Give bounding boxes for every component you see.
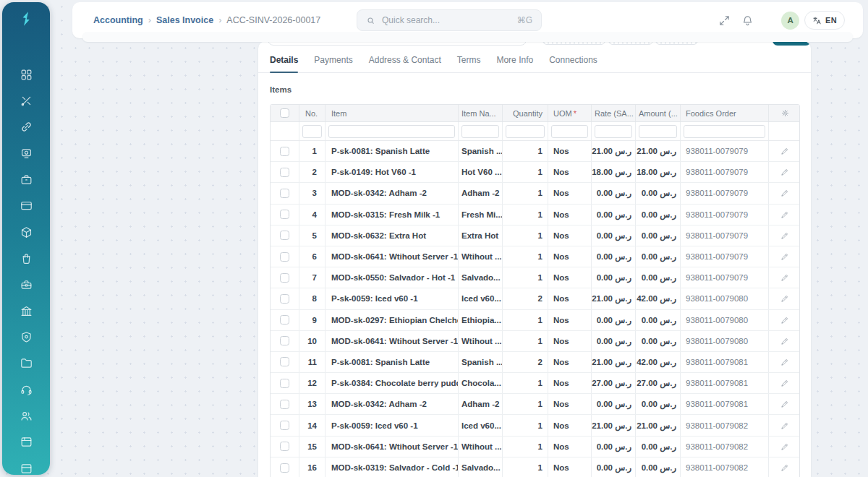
row-checkbox[interactable] xyxy=(280,252,289,262)
row-edit-cell xyxy=(769,437,801,457)
edit-pencil-icon[interactable] xyxy=(780,316,789,325)
cell-item: MOD-sk-0319: Salvador - Cold -1 xyxy=(326,457,459,477)
row-checkbox[interactable] xyxy=(280,294,289,304)
cell-rate: 21.00 ر.س xyxy=(592,288,636,309)
users-icon[interactable] xyxy=(20,409,33,423)
app-logo[interactable] xyxy=(16,9,36,29)
edit-pencil-icon[interactable] xyxy=(780,442,789,451)
edit-pencil-icon[interactable] xyxy=(780,421,789,430)
select-all-checkbox[interactable] xyxy=(280,108,289,118)
filter-input-rate[interactable] xyxy=(595,125,632,138)
row-edit-cell xyxy=(769,288,801,309)
shield-icon[interactable] xyxy=(20,330,33,344)
credit-card-icon[interactable] xyxy=(20,199,33,212)
cell-item_name: Wtihout ... xyxy=(459,331,503,351)
quick-search-input[interactable]: Quick search... ⌘G xyxy=(357,9,542,31)
edit-pencil-icon[interactable] xyxy=(780,189,789,197)
cell-rate: 0.00 ر.س xyxy=(592,457,636,477)
folder-icon[interactable] xyxy=(20,356,33,370)
filter-input-item_name[interactable] xyxy=(461,125,499,138)
row-checkbox[interactable] xyxy=(280,400,289,409)
cell-item: MOD-sk-0641: Wtihout Server -1 xyxy=(326,246,459,267)
row-checkbox-cell xyxy=(271,310,299,330)
tab-terms[interactable]: Terms xyxy=(457,47,481,72)
row-checkbox-cell xyxy=(271,267,299,288)
tab-address-contact[interactable]: Address & Contact xyxy=(369,47,441,72)
cell-uom: Nos xyxy=(548,162,592,182)
filter-input-no[interactable] xyxy=(302,125,322,138)
edit-pencil-icon[interactable] xyxy=(780,294,789,303)
row-checkbox-cell xyxy=(271,331,299,351)
table-row: 6MOD-sk-0641: Wtihout Server -1Wtihout .… xyxy=(271,246,799,267)
row-checkbox[interactable] xyxy=(280,231,289,240)
camera-icon[interactable] xyxy=(20,147,33,160)
cell-amount: 21.00 ر.س xyxy=(636,141,681,161)
table-row: 9MOD-sk-0297: Ethiopian Chelchel...Ethio… xyxy=(271,310,799,331)
headset-icon[interactable] xyxy=(20,383,33,397)
user-avatar[interactable]: A xyxy=(781,12,799,30)
edit-pencil-icon[interactable] xyxy=(780,210,789,219)
cell-item: P-sk-0081: Spanish Latte xyxy=(326,141,459,161)
row-checkbox-cell xyxy=(271,394,299,414)
tab-connections[interactable]: Connections xyxy=(549,47,597,72)
row-checkbox[interactable] xyxy=(280,379,289,388)
briefcase-icon[interactable] xyxy=(20,173,33,186)
shopping-bag-icon[interactable] xyxy=(20,252,33,265)
filter-input-quantity[interactable] xyxy=(506,125,545,138)
cell-no: 9 xyxy=(299,310,326,330)
edit-pencil-icon[interactable] xyxy=(780,400,789,408)
filter-input-item[interactable] xyxy=(328,125,455,138)
row-checkbox[interactable] xyxy=(280,357,289,366)
language-selector[interactable]: EN xyxy=(804,11,845,30)
panel-icon[interactable] xyxy=(20,435,33,449)
table-settings-gear-icon[interactable] xyxy=(780,108,790,118)
cell-item: P-sk-0149: Hot V60 -1 xyxy=(326,162,459,182)
cell-rate: 0.00 ر.س xyxy=(592,267,636,288)
row-checkbox[interactable] xyxy=(280,336,289,345)
filter-input-foodics_order[interactable] xyxy=(684,125,765,138)
edit-pencil-icon[interactable] xyxy=(780,168,789,176)
column-header-no: No. xyxy=(299,105,326,121)
row-checkbox[interactable] xyxy=(280,189,289,198)
edit-pencil-icon[interactable] xyxy=(780,463,789,472)
row-checkbox[interactable] xyxy=(280,147,289,156)
row-checkbox[interactable] xyxy=(280,273,289,283)
notifications-bell-icon[interactable] xyxy=(741,14,754,27)
fullscreen-icon[interactable] xyxy=(718,14,731,27)
edit-pencil-icon[interactable] xyxy=(780,337,789,345)
partial-icon[interactable] xyxy=(20,462,33,475)
breadcrumb-item[interactable]: Sales Invoice xyxy=(156,15,213,25)
package-icon[interactable] xyxy=(20,225,33,239)
tab-details[interactable]: Details xyxy=(270,47,298,72)
edit-pencil-icon[interactable] xyxy=(780,358,789,366)
filter-input-amount[interactable] xyxy=(639,125,677,138)
edit-pencil-icon[interactable] xyxy=(780,231,789,240)
row-checkbox-cell xyxy=(271,246,299,267)
edit-pencil-icon[interactable] xyxy=(780,379,789,387)
edit-pencil-icon[interactable] xyxy=(780,147,789,155)
tools-icon[interactable] xyxy=(20,94,33,108)
row-checkbox[interactable] xyxy=(280,168,289,177)
cell-quantity: 1 xyxy=(503,141,548,161)
building-icon[interactable] xyxy=(20,304,33,318)
row-checkbox[interactable] xyxy=(280,210,289,219)
filter-input-uom[interactable] xyxy=(551,125,588,138)
table-header-checkbox-cell xyxy=(271,105,299,121)
apps-icon[interactable] xyxy=(20,68,33,82)
cell-amount: 18.00 ر.س xyxy=(636,162,681,182)
table-row: 2P-sk-0149: Hot V60 -1Hot V60 ...1Nos18.… xyxy=(271,162,799,183)
tab-payments[interactable]: Payments xyxy=(314,47,352,72)
edit-pencil-icon[interactable] xyxy=(780,252,789,261)
row-checkbox[interactable] xyxy=(280,463,289,473)
tab-more-info[interactable]: More Info xyxy=(496,47,533,72)
toolbox-icon[interactable] xyxy=(20,278,33,291)
breadcrumb-item[interactable]: Accounting xyxy=(93,15,143,25)
edit-pencil-icon[interactable] xyxy=(780,273,789,282)
row-checkbox[interactable] xyxy=(280,442,289,451)
table-row: 3MOD-sk-0342: Adham -2Adham -21Nos0.00 ر… xyxy=(271,183,799,204)
cell-uom: Nos xyxy=(548,141,592,161)
row-checkbox[interactable] xyxy=(280,315,289,325)
row-checkbox[interactable] xyxy=(280,421,289,430)
link-icon[interactable] xyxy=(20,120,33,134)
column-header-amount: Amount (... xyxy=(636,105,681,121)
